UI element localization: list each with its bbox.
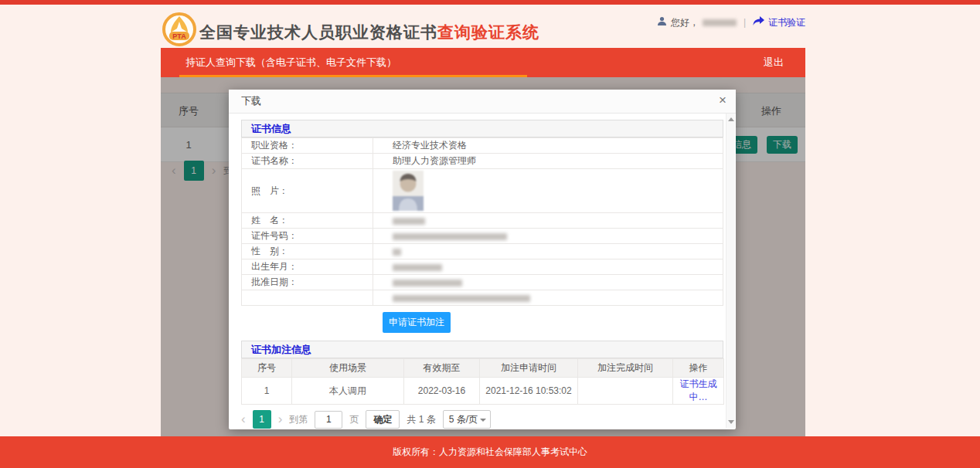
modal-header: 下载 × bbox=[229, 90, 736, 114]
info-row-extra bbox=[242, 290, 723, 306]
user-name-redacted bbox=[703, 19, 737, 26]
cert-info-table: 职业资格： 经济专业技术资格 证书名称： 助理人力资源管理师 照 片： bbox=[241, 137, 723, 306]
info-row-photo: 照 片： bbox=[242, 169, 723, 213]
page-title-accent: 查询验证系统 bbox=[437, 23, 539, 41]
header-divider: | bbox=[744, 17, 746, 28]
field-label: 证件号码： bbox=[242, 229, 373, 244]
user-icon bbox=[657, 16, 667, 29]
cell-valid-until: 2022-03-16 bbox=[404, 378, 480, 405]
user-area: 您好， | 证书验证 bbox=[657, 15, 805, 29]
verify-link[interactable]: 证书验证 bbox=[768, 16, 805, 29]
field-label: 证书名称： bbox=[242, 154, 373, 169]
tab-holder-query-download[interactable]: 持证人查询下载（含电子证书、电子文件下载） bbox=[185, 48, 396, 77]
cell-action: 证书生成中… bbox=[673, 378, 724, 405]
scroll-up-icon[interactable] bbox=[728, 117, 734, 121]
copyright-text: 版权所有：人力资源和社会保障部人事考试中心 bbox=[393, 446, 587, 457]
close-icon[interactable]: × bbox=[719, 93, 726, 108]
field-value: 助理人力资源管理师 bbox=[373, 154, 723, 169]
page: PTA 全国专业技术人员职业资格证书查询验证系统 您好， | 证书验证 持证人查… bbox=[0, 0, 980, 468]
footer: 版权所有：人力资源和社会保障部人事考试中心 bbox=[0, 436, 980, 468]
col-action: 操作 bbox=[673, 359, 724, 378]
navbar: 持证人查询下载（含电子证书、电子文件下载） 退出 bbox=[161, 48, 805, 77]
next-page-button[interactable]: › bbox=[278, 409, 283, 429]
header: PTA 全国专业技术人员职业资格证书查询验证系统 您好， | 证书验证 bbox=[0, 5, 980, 48]
field-label: 出生年月： bbox=[242, 259, 373, 275]
col-seq: 序号 bbox=[242, 359, 292, 378]
field-label: 批准日期： bbox=[242, 275, 373, 290]
logo-text: PTA bbox=[172, 32, 186, 40]
field-value-redacted bbox=[373, 259, 723, 275]
confirm-button[interactable]: 确定 bbox=[366, 410, 400, 429]
cell-scene: 本人调用 bbox=[292, 378, 404, 405]
col-complete-time: 加注完成时间 bbox=[578, 359, 673, 378]
field-label: 姓 名： bbox=[242, 213, 373, 229]
pta-logo-icon: PTA bbox=[162, 12, 196, 46]
info-row-gender: 性 别： bbox=[242, 244, 723, 259]
field-label: 职业资格： bbox=[242, 138, 373, 154]
greeting-text: 您好， bbox=[671, 16, 699, 29]
field-label: 性 别： bbox=[242, 244, 373, 259]
per-page-select[interactable]: 5 条/页 bbox=[443, 410, 491, 429]
annotation-table: 序号 使用场景 有效期至 加注申请时间 加注完成时间 操作 1 本人调用 202… bbox=[241, 358, 724, 405]
section-annotation-info: 证书加注信息 bbox=[241, 341, 723, 358]
field-value-redacted bbox=[373, 229, 723, 244]
page-unit-label: 页 bbox=[349, 413, 359, 426]
info-row-id-number: 证件号码： bbox=[242, 229, 723, 244]
field-value-redacted bbox=[373, 244, 723, 259]
annotation-row: 1 本人调用 2022-03-16 2021-12-16 10:53:02 证书… bbox=[242, 378, 724, 405]
annotation-header-row: 序号 使用场景 有效期至 加注申请时间 加注完成时间 操作 bbox=[242, 359, 724, 378]
info-row-name: 姓 名： bbox=[242, 213, 723, 229]
modal-body: 证书信息 职业资格： 经济专业技术资格 证书名称： 助理人力资源管理师 照 片： bbox=[229, 114, 725, 429]
total-count-label: 共 1 条 bbox=[407, 413, 435, 426]
field-value-redacted bbox=[373, 275, 723, 290]
page-title-main: 全国专业技术人员职业资格证书 bbox=[199, 23, 437, 41]
scroll-down-icon[interactable] bbox=[728, 420, 734, 424]
modal-title: 下载 bbox=[241, 90, 261, 113]
section-cert-info: 证书信息 bbox=[241, 120, 723, 137]
page-1-button[interactable]: 1 bbox=[253, 410, 271, 429]
download-modal: 下载 × 证书信息 职业资格： 经济专业技术资格 证书名称： 助理人力资源管理师… bbox=[229, 90, 736, 429]
goto-page-input[interactable] bbox=[315, 411, 342, 429]
page-title: 全国专业技术人员职业资格证书查询验证系统 bbox=[199, 22, 539, 43]
field-value: 经济专业技术资格 bbox=[373, 138, 723, 154]
field-value-redacted bbox=[373, 213, 723, 229]
apply-annotation-button[interactable]: 申请证书加注 bbox=[383, 312, 451, 333]
field-label bbox=[242, 290, 373, 306]
modal-scrollbar[interactable] bbox=[726, 114, 735, 428]
col-apply-time: 加注申请时间 bbox=[480, 359, 578, 378]
chevron-down-icon bbox=[480, 419, 486, 422]
info-row-approve-date: 批准日期： bbox=[242, 275, 723, 290]
info-row-cert-name: 证书名称： 助理人力资源管理师 bbox=[242, 154, 723, 169]
cell-complete-time bbox=[578, 378, 673, 405]
logout-button[interactable]: 退出 bbox=[764, 48, 784, 77]
prev-page-button[interactable]: ‹ bbox=[241, 409, 246, 429]
col-scene: 使用场景 bbox=[292, 359, 404, 378]
goto-label: 到第 bbox=[289, 413, 308, 426]
share-arrow-icon bbox=[753, 16, 764, 29]
info-row-birth: 出生年月： bbox=[242, 259, 723, 275]
col-valid-until: 有效期至 bbox=[404, 359, 480, 378]
modal-pagination: ‹ 1 › 到第 页 确定 共 1 条 5 条/页 bbox=[241, 409, 723, 429]
cert-generating-link[interactable]: 证书生成中… bbox=[680, 378, 717, 402]
field-value bbox=[373, 169, 723, 213]
cell-seq: 1 bbox=[242, 378, 292, 405]
info-row-qualification: 职业资格： 经济专业技术资格 bbox=[242, 138, 723, 154]
portrait-photo bbox=[393, 171, 424, 211]
per-page-value: 5 条/页 bbox=[449, 414, 478, 425]
field-label: 照 片： bbox=[242, 169, 373, 213]
field-value-redacted bbox=[373, 290, 723, 306]
cell-apply-time: 2021-12-16 10:53:02 bbox=[480, 378, 578, 405]
